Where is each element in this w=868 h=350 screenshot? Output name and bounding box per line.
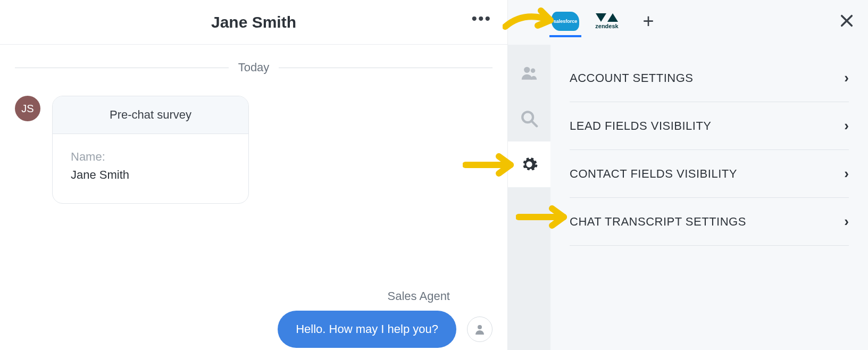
tab-zendesk[interactable]: zendesk bbox=[591, 7, 623, 37]
divider-line bbox=[279, 68, 493, 68]
salesforce-icon: salesforce bbox=[552, 12, 579, 31]
tab-add[interactable]: + bbox=[632, 7, 664, 37]
svg-line-4 bbox=[531, 121, 537, 126]
chat-body: Today JS Pre-chat survey Name: Jane Smit… bbox=[0, 45, 507, 350]
close-icon bbox=[839, 13, 854, 28]
survey-body: Name: Jane Smith bbox=[53, 134, 248, 203]
chat-title: Jane Smith bbox=[211, 13, 296, 31]
settings-row-account[interactable]: ACCOUNT SETTINGS › bbox=[570, 54, 849, 102]
zendesk-icon: zendesk bbox=[595, 13, 618, 29]
chevron-right-icon: › bbox=[844, 70, 849, 86]
close-panel-button[interactable] bbox=[839, 12, 854, 32]
chat-header: Jane Smith ••• bbox=[0, 0, 507, 45]
settings-label: LEAD FIELDS VISIBILITY bbox=[570, 119, 712, 133]
svg-point-0 bbox=[478, 325, 482, 329]
plus-icon: + bbox=[642, 12, 654, 31]
zendesk-mark bbox=[596, 13, 618, 22]
side-main: ACCOUNT SETTINGS › LEAD FIELDS VISIBILIT… bbox=[508, 45, 868, 350]
survey-field-value: Jane Smith bbox=[71, 168, 230, 182]
side-panel: salesforce zendesk + bbox=[508, 0, 868, 350]
svg-point-2 bbox=[531, 69, 536, 73]
visitor-message-row: JS Pre-chat survey Name: Jane Smith bbox=[15, 96, 493, 204]
settings-row-lead-fields[interactable]: LEAD FIELDS VISIBILITY › bbox=[570, 102, 849, 150]
integration-tabs: salesforce zendesk + bbox=[508, 0, 868, 45]
rail-search[interactable] bbox=[508, 96, 550, 141]
rail-settings[interactable] bbox=[508, 141, 550, 187]
chevron-right-icon: › bbox=[844, 165, 849, 182]
agent-message-bubble: Hello. How may I help you? bbox=[278, 311, 456, 348]
agent-message-row: Hello. How may I help you? bbox=[278, 311, 493, 348]
settings-list: ACCOUNT SETTINGS › LEAD FIELDS VISIBILIT… bbox=[550, 45, 868, 350]
people-icon bbox=[520, 64, 538, 82]
chat-column: Jane Smith ••• Today JS Pre-chat survey … bbox=[0, 0, 508, 350]
day-label: Today bbox=[238, 61, 270, 74]
side-rail bbox=[508, 45, 550, 350]
agent-avatar bbox=[467, 316, 493, 342]
survey-heading: Pre-chat survey bbox=[53, 96, 248, 134]
salesforce-label: salesforce bbox=[554, 19, 578, 24]
avatar-initials: JS bbox=[21, 103, 34, 115]
rail-customers[interactable] bbox=[508, 50, 550, 96]
search-icon bbox=[520, 110, 538, 128]
settings-label: CONTACT FIELDS VISIBILITY bbox=[570, 167, 737, 181]
person-icon bbox=[473, 323, 486, 336]
divider-line bbox=[15, 68, 229, 68]
settings-row-contact-fields[interactable]: CONTACT FIELDS VISIBILITY › bbox=[570, 150, 849, 198]
agent-message-block: Sales Agent Hello. How may I help you? D… bbox=[216, 289, 493, 350]
svg-point-1 bbox=[524, 67, 530, 73]
settings-label: ACCOUNT SETTINGS bbox=[570, 71, 694, 85]
visitor-avatar: JS bbox=[15, 96, 40, 121]
prechat-survey-card: Pre-chat survey Name: Jane Smith bbox=[52, 96, 249, 204]
more-button[interactable]: ••• bbox=[471, 16, 491, 21]
settings-row-chat-transcript[interactable]: CHAT TRANSCRIPT SETTINGS › bbox=[570, 198, 849, 246]
tab-salesforce[interactable]: salesforce bbox=[549, 7, 581, 37]
day-divider: Today bbox=[15, 61, 493, 74]
gear-icon bbox=[520, 155, 538, 173]
zendesk-label: zendesk bbox=[595, 23, 618, 29]
settings-label: CHAT TRANSCRIPT SETTINGS bbox=[570, 215, 746, 229]
chevron-right-icon: › bbox=[844, 118, 849, 134]
agent-name: Sales Agent bbox=[388, 289, 450, 303]
survey-field-label: Name: bbox=[71, 150, 230, 164]
chevron-right-icon: › bbox=[844, 213, 849, 230]
